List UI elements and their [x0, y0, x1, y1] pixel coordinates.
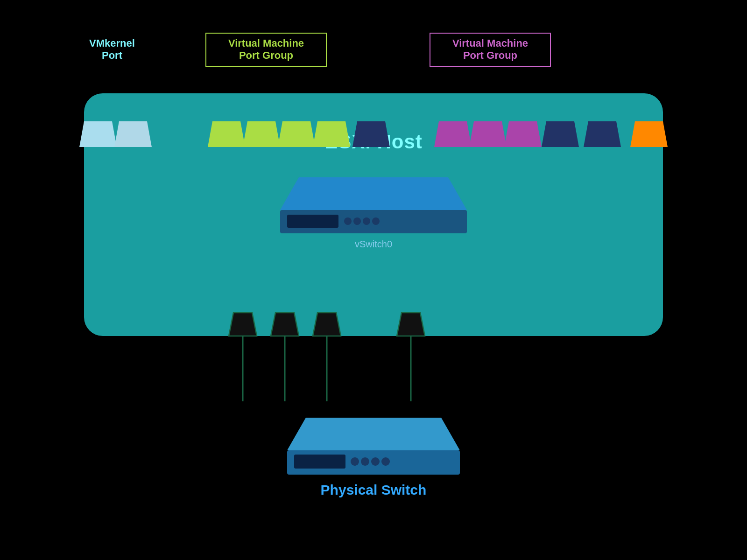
phys-dot-3 [371, 457, 380, 466]
esxi-host-box [84, 93, 663, 336]
phys-switch-body [287, 418, 460, 450]
physical-switch-label: Physical Switch [321, 482, 427, 497]
esxi-host-label: ESXi Host [47, 131, 700, 153]
phys-dot-1 [351, 457, 359, 466]
phys-switch-base [287, 450, 460, 475]
phys-dot-4 [381, 457, 390, 466]
phys-switch-screen [294, 455, 345, 469]
diagram-container: ESXi Host VMkernel Port Virtual Machine … [47, 23, 700, 537]
phys-dot-2 [361, 457, 369, 466]
vm-portgroup-1-label: Virtual Machine Port Group [205, 33, 327, 67]
vm-portgroup-2-label: Virtual Machine Port Group [430, 33, 551, 67]
vmkernel-port-label: VMkernel Port [75, 37, 149, 62]
